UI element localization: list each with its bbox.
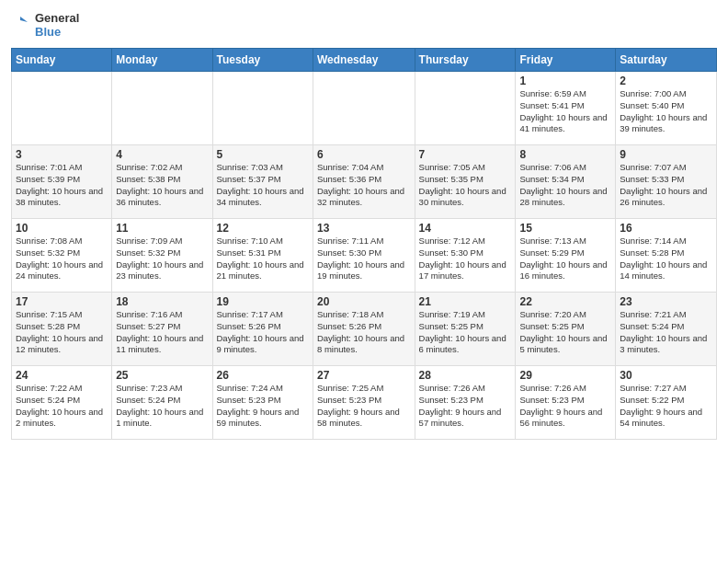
day-info: Sunrise: 7:19 AMSunset: 5:25 PMDaylight:… <box>419 309 512 356</box>
calendar-cell <box>12 72 112 145</box>
day-number: 5 <box>217 148 309 161</box>
day-number: 27 <box>317 369 411 382</box>
day-info: Sunrise: 6:59 AMSunset: 5:41 PMDaylight:… <box>519 88 611 135</box>
day-number: 12 <box>217 222 309 235</box>
page-container: General Blue SundayMondayTuesdayWednesda… <box>0 0 728 447</box>
day-info: Sunrise: 7:01 AMSunset: 5:39 PMDaylight:… <box>16 162 108 209</box>
calendar-cell: 9Sunrise: 7:07 AMSunset: 5:33 PMDaylight… <box>616 145 717 219</box>
day-info: Sunrise: 7:08 AMSunset: 5:32 PMDaylight:… <box>16 236 108 282</box>
day-info: Sunrise: 7:04 AMSunset: 5:36 PMDaylight:… <box>317 162 411 209</box>
day-info: Sunrise: 7:23 AMSunset: 5:24 PMDaylight:… <box>116 383 208 430</box>
calendar-cell: 2Sunrise: 7:00 AMSunset: 5:40 PMDaylight… <box>616 72 717 145</box>
calendar-cell <box>112 72 212 145</box>
day-number: 14 <box>419 222 512 235</box>
day-info: Sunrise: 7:09 AMSunset: 5:32 PMDaylight:… <box>116 236 208 282</box>
day-info: Sunrise: 7:13 AMSunset: 5:29 PMDaylight:… <box>519 236 611 282</box>
calendar-cell: 26Sunrise: 7:24 AMSunset: 5:23 PMDayligh… <box>212 366 313 440</box>
day-info: Sunrise: 7:26 AMSunset: 5:23 PMDaylight:… <box>519 383 611 430</box>
day-header-wednesday: Wednesday <box>313 49 415 72</box>
calendar-cell: 14Sunrise: 7:12 AMSunset: 5:30 PMDayligh… <box>415 219 516 293</box>
day-number: 25 <box>116 369 208 382</box>
day-info: Sunrise: 7:07 AMSunset: 5:33 PMDaylight:… <box>620 162 712 209</box>
calendar-cell: 27Sunrise: 7:25 AMSunset: 5:23 PMDayligh… <box>313 366 415 440</box>
day-number: 8 <box>519 148 611 161</box>
logo-line1: General <box>35 12 79 26</box>
day-number: 18 <box>116 295 208 308</box>
calendar-cell: 13Sunrise: 7:11 AMSunset: 5:30 PMDayligh… <box>313 219 415 293</box>
calendar-cell: 10Sunrise: 7:08 AMSunset: 5:32 PMDayligh… <box>12 219 112 293</box>
day-header-friday: Friday <box>516 49 616 72</box>
calendar-header-row: SundayMondayTuesdayWednesdayThursdayFrid… <box>12 49 717 72</box>
day-number: 13 <box>317 222 411 235</box>
day-info: Sunrise: 7:11 AMSunset: 5:30 PMDaylight:… <box>317 236 411 282</box>
calendar-table: SundayMondayTuesdayWednesdayThursdayFrid… <box>11 48 717 440</box>
day-info: Sunrise: 7:18 AMSunset: 5:26 PMDaylight:… <box>317 309 411 356</box>
calendar-cell: 21Sunrise: 7:19 AMSunset: 5:25 PMDayligh… <box>415 293 516 366</box>
calendar-cell: 19Sunrise: 7:17 AMSunset: 5:26 PMDayligh… <box>212 293 313 366</box>
calendar-cell: 5Sunrise: 7:03 AMSunset: 5:37 PMDaylight… <box>212 145 313 219</box>
calendar-cell: 23Sunrise: 7:21 AMSunset: 5:24 PMDayligh… <box>616 293 717 366</box>
day-number: 28 <box>419 369 512 382</box>
day-info: Sunrise: 7:25 AMSunset: 5:23 PMDaylight:… <box>317 383 411 430</box>
day-header-thursday: Thursday <box>415 49 516 72</box>
day-header-sunday: Sunday <box>12 49 112 72</box>
day-number: 11 <box>116 222 208 235</box>
day-info: Sunrise: 7:03 AMSunset: 5:37 PMDaylight:… <box>217 162 309 209</box>
calendar-cell <box>212 72 313 145</box>
calendar-cell: 11Sunrise: 7:09 AMSunset: 5:32 PMDayligh… <box>112 219 212 293</box>
day-info: Sunrise: 7:14 AMSunset: 5:28 PMDaylight:… <box>620 236 712 282</box>
day-number: 30 <box>620 369 712 382</box>
calendar-cell: 1Sunrise: 6:59 AMSunset: 5:41 PMDaylight… <box>516 72 616 145</box>
calendar-cell: 3Sunrise: 7:01 AMSunset: 5:39 PMDaylight… <box>12 145 112 219</box>
day-number: 23 <box>620 295 712 308</box>
day-number: 20 <box>317 295 411 308</box>
calendar-cell: 16Sunrise: 7:14 AMSunset: 5:28 PMDayligh… <box>616 219 717 293</box>
day-number: 21 <box>419 295 512 308</box>
calendar-cell: 8Sunrise: 7:06 AMSunset: 5:34 PMDaylight… <box>516 145 616 219</box>
day-number: 6 <box>317 148 411 161</box>
calendar-cell: 17Sunrise: 7:15 AMSunset: 5:28 PMDayligh… <box>12 293 112 366</box>
day-info: Sunrise: 7:24 AMSunset: 5:23 PMDaylight:… <box>217 383 309 430</box>
day-number: 9 <box>620 148 712 161</box>
day-number: 22 <box>519 295 611 308</box>
day-number: 29 <box>519 369 611 382</box>
calendar-cell: 12Sunrise: 7:10 AMSunset: 5:31 PMDayligh… <box>212 219 313 293</box>
calendar-cell: 20Sunrise: 7:18 AMSunset: 5:26 PMDayligh… <box>313 293 415 366</box>
logo-bird-icon <box>11 9 31 42</box>
calendar-week-4: 17Sunrise: 7:15 AMSunset: 5:28 PMDayligh… <box>12 293 717 366</box>
day-header-tuesday: Tuesday <box>212 49 313 72</box>
calendar-week-1: 1Sunrise: 6:59 AMSunset: 5:41 PMDaylight… <box>12 72 717 145</box>
day-number: 10 <box>16 222 108 235</box>
day-info: Sunrise: 7:20 AMSunset: 5:25 PMDaylight:… <box>519 309 611 356</box>
calendar-week-2: 3Sunrise: 7:01 AMSunset: 5:39 PMDaylight… <box>12 145 717 219</box>
day-number: 17 <box>16 295 108 308</box>
calendar-cell: 7Sunrise: 7:05 AMSunset: 5:35 PMDaylight… <box>415 145 516 219</box>
day-info: Sunrise: 7:15 AMSunset: 5:28 PMDaylight:… <box>16 309 108 356</box>
day-number: 15 <box>519 222 611 235</box>
day-number: 2 <box>620 75 712 87</box>
day-number: 16 <box>620 222 712 235</box>
calendar-cell: 18Sunrise: 7:16 AMSunset: 5:27 PMDayligh… <box>112 293 212 366</box>
day-info: Sunrise: 7:10 AMSunset: 5:31 PMDaylight:… <box>217 236 309 282</box>
calendar-cell: 22Sunrise: 7:20 AMSunset: 5:25 PMDayligh… <box>516 293 616 366</box>
day-number: 7 <box>419 148 512 161</box>
day-number: 26 <box>217 369 309 382</box>
day-header-monday: Monday <box>112 49 212 72</box>
header: General Blue <box>11 9 717 42</box>
day-info: Sunrise: 7:12 AMSunset: 5:30 PMDaylight:… <box>419 236 512 282</box>
calendar-week-5: 24Sunrise: 7:22 AMSunset: 5:24 PMDayligh… <box>12 366 717 440</box>
day-number: 19 <box>217 295 309 308</box>
calendar-cell <box>313 72 415 145</box>
logo-line2: Blue <box>35 26 79 40</box>
day-header-saturday: Saturday <box>616 49 717 72</box>
calendar-cell: 28Sunrise: 7:26 AMSunset: 5:23 PMDayligh… <box>415 366 516 440</box>
calendar-cell: 4Sunrise: 7:02 AMSunset: 5:38 PMDaylight… <box>112 145 212 219</box>
calendar-cell: 24Sunrise: 7:22 AMSunset: 5:24 PMDayligh… <box>12 366 112 440</box>
day-number: 24 <box>16 369 108 382</box>
calendar-cell: 6Sunrise: 7:04 AMSunset: 5:36 PMDaylight… <box>313 145 415 219</box>
day-info: Sunrise: 7:05 AMSunset: 5:35 PMDaylight:… <box>419 162 512 209</box>
logo: General Blue <box>11 9 79 42</box>
day-info: Sunrise: 7:16 AMSunset: 5:27 PMDaylight:… <box>116 309 208 356</box>
day-info: Sunrise: 7:26 AMSunset: 5:23 PMDaylight:… <box>419 383 512 430</box>
calendar-week-3: 10Sunrise: 7:08 AMSunset: 5:32 PMDayligh… <box>12 219 717 293</box>
